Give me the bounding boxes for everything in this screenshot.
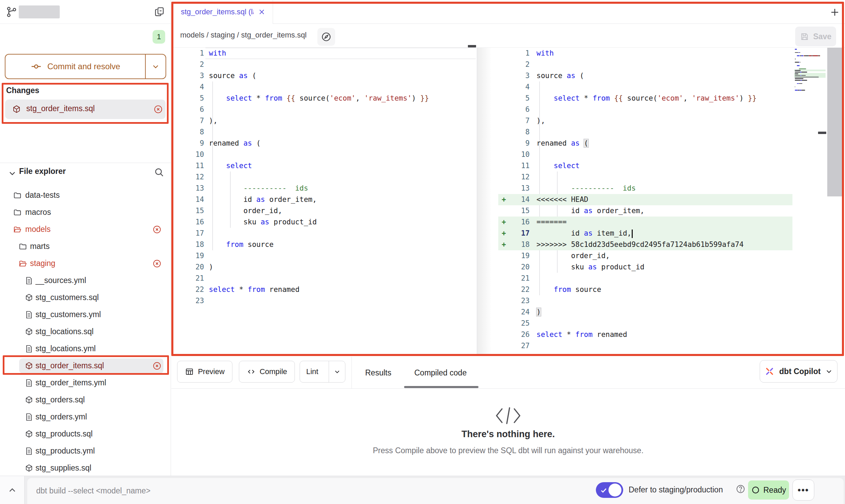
editor-scrollbar[interactable] <box>827 48 842 196</box>
code-line-2[interactable]: 2 <box>171 59 477 70</box>
code-line-24[interactable]: 24) <box>498 307 844 318</box>
code-line-17[interactable]: 17 <box>171 228 477 239</box>
code-line-1[interactable]: 1with <box>498 48 844 59</box>
tab-compiled-code[interactable]: Compiled code <box>414 357 467 389</box>
help-question-icon[interactable] <box>735 484 746 495</box>
git-branch-icon[interactable] <box>5 6 18 18</box>
tab-stg-order-items[interactable]: stg_order_items.sql (last c... <box>171 0 273 24</box>
discard-change-icon[interactable] <box>152 361 162 371</box>
lint-dropdown-chevron-icon[interactable] <box>329 361 345 382</box>
search-icon[interactable] <box>154 167 164 178</box>
code-line-10[interactable]: 10 <box>498 149 844 160</box>
file-item-stg-customers-sql[interactable]: stg_customers.sql <box>0 289 171 306</box>
code-pane-original[interactable]: 1with23source as (45 select * from {{ so… <box>171 48 477 307</box>
file-item-data-tests[interactable]: data-tests <box>0 187 171 204</box>
file-item-stg-products-yml[interactable]: stg_products.yml <box>0 443 171 460</box>
expand-command-bar-button[interactable] <box>0 476 25 504</box>
code-line-27[interactable]: 27 <box>498 340 844 352</box>
code-line-1[interactable]: 1with <box>171 48 477 59</box>
code-line-12[interactable]: 12 <box>498 172 844 183</box>
code-line-26[interactable]: 26select * from renamed <box>498 329 844 340</box>
new-tab-plus-icon[interactable] <box>829 7 840 18</box>
code-line-16[interactable]: 16 sku as product_id <box>171 217 477 228</box>
commit-and-resolve-main[interactable]: Commit and resolve <box>5 55 145 78</box>
file-item-stg-supplies-sql[interactable]: stg_supplies.sql <box>0 460 171 476</box>
discard-change-icon[interactable] <box>153 104 163 114</box>
code-line-4[interactable]: 4 <box>498 81 844 93</box>
code-line-8[interactable]: 8 <box>171 127 477 138</box>
code-line-13[interactable]: 13 ---------- ids <box>171 183 477 194</box>
commit-and-resolve-button[interactable]: Commit and resolve <box>5 54 166 79</box>
lint-button[interactable]: Lint <box>300 361 345 383</box>
file-explorer-header[interactable]: File explorer <box>0 163 171 184</box>
file-item-stg-products-sql[interactable]: stg_products.sql <box>0 426 171 443</box>
commit-dropdown-button[interactable] <box>145 55 166 78</box>
minimap[interactable] <box>794 48 826 96</box>
code-line-25[interactable]: 25 <box>498 318 844 329</box>
code-line-20[interactable]: 20 sku as product_id <box>498 262 844 273</box>
code-line-3[interactable]: 3source as ( <box>498 70 844 81</box>
code-line-9[interactable]: 9renamed as ( <box>171 138 477 149</box>
changed-file-item[interactable]: stg_order_items.sql <box>5 100 166 119</box>
file-item-stg-orders-sql[interactable]: stg_orders.sql <box>0 391 171 409</box>
version-control-header[interactable]: Version control <box>0 24 171 53</box>
code-line-5[interactable]: 5 select * from {{ source('ecom', 'raw_i… <box>498 93 844 104</box>
code-line-19[interactable]: 19 order_id, <box>498 250 844 262</box>
code-line-7[interactable]: 7), <box>498 115 844 127</box>
code-line-19[interactable]: 19 <box>171 250 477 262</box>
code-line-11[interactable]: 11 select <box>498 160 844 172</box>
status-ready-badge[interactable]: Ready <box>748 480 789 500</box>
code-line-16[interactable]: +16======= <box>498 217 844 228</box>
code-line-2[interactable]: 2 <box>498 59 844 70</box>
more-options-button[interactable]: ••• <box>792 479 814 501</box>
code-line-21[interactable]: 21 <box>171 273 477 284</box>
tab-results[interactable]: Results <box>365 357 391 389</box>
save-button[interactable]: Save <box>795 27 836 46</box>
code-line-14[interactable]: +14<<<<<<< HEAD <box>498 194 844 205</box>
file-item-stg-locations-sql[interactable]: stg_locations.sql <box>0 323 171 340</box>
file-item-stg-locations-yml[interactable]: stg_locations.yml <box>0 340 171 357</box>
code-line-15[interactable]: 15 order_id, <box>171 205 477 217</box>
file-item-stg-order-items-sql[interactable]: stg_order_items.sql <box>0 357 171 374</box>
code-line-7[interactable]: 7), <box>171 115 477 127</box>
code-line-18[interactable]: +18>>>>>>> 58c1dd23d5eebd9cd2495fa7124ab… <box>498 239 844 250</box>
right-pane-scroll-marker[interactable] <box>818 132 826 134</box>
code-line-8[interactable]: 8 <box>498 127 844 138</box>
pane-divider[interactable] <box>477 48 498 356</box>
file-item-models[interactable]: models <box>0 221 171 238</box>
file-item-stg-order-items-yml[interactable]: stg_order_items.yml <box>0 374 171 391</box>
defer-toggle[interactable] <box>596 482 623 498</box>
code-line-18[interactable]: 18 from source <box>171 239 477 250</box>
code-line-6[interactable]: 6 <box>498 104 844 115</box>
code-line-4[interactable]: 4 <box>171 81 477 93</box>
code-line-14[interactable]: 14 id as order_item, <box>171 194 477 205</box>
file-item-stg-orders-yml[interactable]: stg_orders.yml <box>0 409 171 426</box>
file-item--sources-yml[interactable]: __sources.yml <box>0 272 171 289</box>
code-line-22[interactable]: 22select * from renamed <box>171 284 477 295</box>
code-line-11[interactable]: 11 select <box>171 160 477 172</box>
code-line-12[interactable]: 12 <box>171 172 477 183</box>
file-item-marts[interactable]: marts <box>0 238 171 255</box>
code-line-23[interactable]: 23 <box>171 295 477 307</box>
copy-icon[interactable] <box>154 6 165 17</box>
code-line-20[interactable]: 20) <box>171 262 477 273</box>
code-line-23[interactable]: 23 <box>498 295 844 307</box>
code-line-3[interactable]: 3source as ( <box>171 70 477 81</box>
preview-button[interactable]: Preview <box>177 361 232 383</box>
code-pane-modified[interactable]: 1with23source as (45 select * from {{ so… <box>498 48 844 352</box>
dbt-copilot-button[interactable]: dbt Copilot <box>760 360 837 383</box>
code-line-9[interactable]: 9renamed as ( <box>498 138 844 149</box>
discard-change-icon[interactable] <box>152 259 162 268</box>
lineage-compass-icon[interactable] <box>317 28 335 46</box>
compile-button[interactable]: Compile <box>239 361 295 383</box>
tab-close-icon[interactable] <box>258 8 266 16</box>
file-item-macros[interactable]: macros <box>0 204 171 221</box>
code-line-15[interactable]: 15 id as order_item, <box>498 205 844 217</box>
code-line-22[interactable]: 22 from source <box>498 284 844 295</box>
code-line-6[interactable]: 6 <box>171 104 477 115</box>
code-line-13[interactable]: 13 ---------- ids <box>498 183 844 194</box>
code-line-17[interactable]: +17 id as item_id, <box>498 228 844 239</box>
left-pane-scroll-marker[interactable] <box>468 45 476 47</box>
file-item-stg-customers-yml[interactable]: stg_customers.yml <box>0 306 171 323</box>
code-line-21[interactable]: 21 <box>498 273 844 284</box>
